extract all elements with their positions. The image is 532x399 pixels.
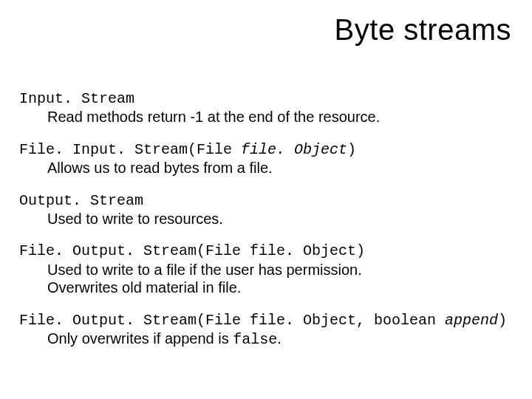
entry-input-stream: Input. Stream Read methods return -1 at … <box>19 89 517 126</box>
code-text: Output. Stream <box>19 192 143 209</box>
slide-title: Byte streams <box>335 13 511 47</box>
entry-desc-line: Read methods return -1 at the end of the… <box>19 108 517 126</box>
desc-text: . <box>277 330 282 347</box>
code-text: ) <box>347 141 356 158</box>
entry-head: Output. Stream <box>19 191 517 210</box>
slide: Byte streams Input. Stream Read methods … <box>0 0 532 399</box>
entry-output-stream: Output. Stream Used to write to resource… <box>19 191 517 228</box>
entry-file-output-stream: File. Output. Stream(File file. Object) … <box>19 241 517 296</box>
desc-text: Allows us to read bytes from a file. <box>47 160 273 176</box>
code-text: Input. Stream <box>19 90 134 107</box>
entry-head: File. Output. Stream(File file. Object, … <box>19 310 517 330</box>
entry-desc-line: Allows us to read bytes from a file. <box>19 159 517 177</box>
desc-text: Overwrites old material in file. <box>47 279 241 296</box>
desc-text: Used to write to resources. <box>47 211 223 227</box>
entry-desc-line: Only overwrites if append is false. <box>19 330 517 349</box>
entry-head: Input. Stream <box>19 89 517 108</box>
code-text: ) <box>498 312 507 329</box>
code-param: file. Object <box>241 141 347 158</box>
code-text: File. Input. Stream(File <box>19 141 241 158</box>
code-text: File. Output. Stream(File file. Object) <box>19 242 365 259</box>
entry-head: File. Output. Stream(File file. Object) <box>19 241 517 260</box>
entry-file-output-stream-append: File. Output. Stream(File file. Object, … <box>19 310 517 349</box>
code-text: false <box>233 331 277 348</box>
entry-head: File. Input. Stream(File file. Object) <box>19 140 517 159</box>
entry-file-input-stream: File. Input. Stream(File file. Object) A… <box>19 140 517 177</box>
desc-text: Read methods return -1 at the end of the… <box>47 109 380 125</box>
desc-text: Only overwrites if append is <box>47 330 233 347</box>
entry-desc-line: Used to write to a file if the user has … <box>19 261 517 279</box>
entry-desc-line: Used to write to resources. <box>19 210 517 228</box>
slide-body: Input. Stream Read methods return -1 at … <box>19 89 517 362</box>
code-param: append <box>445 312 498 329</box>
code-text: File. Output. Stream(File file. Object, … <box>19 312 445 329</box>
desc-text: Used to write to a file if the user has … <box>47 262 362 278</box>
entry-desc-line: Overwrites old material in file. <box>19 279 517 296</box>
